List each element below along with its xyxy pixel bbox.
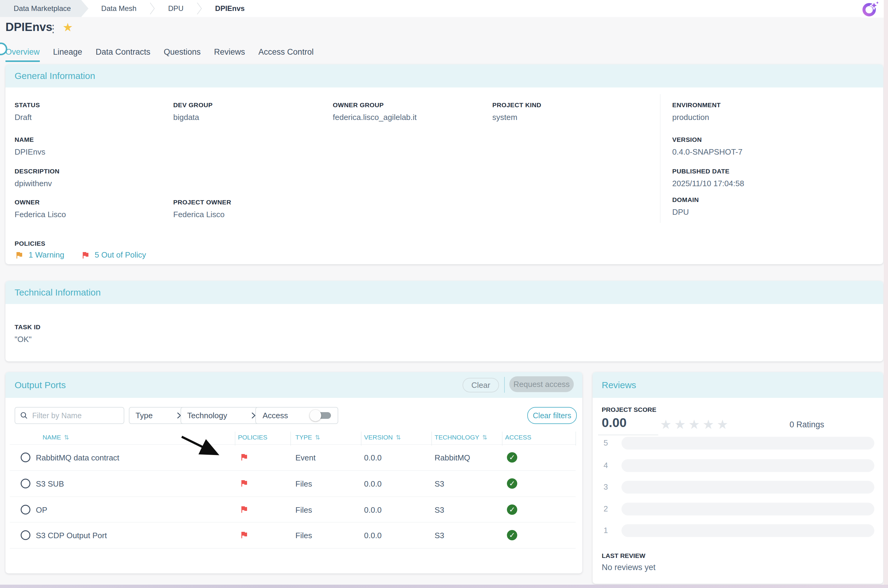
- sort-icon[interactable]: ⇅: [64, 434, 69, 441]
- access-toggle[interactable]: [310, 409, 334, 422]
- sort-icon[interactable]: ⇅: [482, 434, 487, 441]
- reviews-header: Reviews: [593, 372, 883, 398]
- general-information-header: General Information: [6, 64, 883, 87]
- tab-data-contracts[interactable]: Data Contracts: [96, 47, 150, 62]
- clear-selection-button[interactable]: Clear: [463, 378, 499, 392]
- tab-questions[interactable]: Questions: [164, 47, 201, 62]
- column-header-technology[interactable]: TECHNOLOGY ⇅: [434, 434, 487, 441]
- access-filter-label: Access: [263, 411, 288, 420]
- tab-overview[interactable]: Overview: [6, 47, 40, 62]
- tab-access-control[interactable]: Access Control: [258, 47, 314, 62]
- port-technology: S3: [434, 531, 444, 540]
- port-version: 0.0.0: [364, 531, 382, 540]
- more-options-icon[interactable]: ⋮: [48, 22, 59, 34]
- dist-label-1: 1: [604, 526, 613, 535]
- breadcrumb-item-dpu[interactable]: DPU: [155, 4, 196, 13]
- tab-lineage[interactable]: Lineage: [53, 47, 83, 62]
- tab-reviews[interactable]: Reviews: [214, 47, 245, 62]
- warning-flag-icon: [15, 250, 24, 260]
- breadcrumb-label: Data Marketplace: [14, 4, 71, 13]
- port-technology: RabbitMQ: [434, 453, 470, 463]
- sort-icon[interactable]: ⇅: [396, 434, 401, 441]
- port-name: OP: [36, 506, 47, 515]
- technical-information-header: Technical Information: [6, 281, 883, 304]
- dist-label-5: 5: [604, 438, 613, 448]
- output-ports-header: Output Ports Clear Request access: [6, 372, 582, 398]
- sort-icon[interactable]: ⇅: [315, 434, 320, 441]
- toggle-thumb: [310, 410, 321, 421]
- field-project-kind: PROJECT KIND system: [492, 102, 541, 122]
- request-access-button[interactable]: Request access: [509, 376, 574, 392]
- dist-bar-2: [622, 502, 874, 515]
- column-divider: [502, 432, 502, 446]
- tab-bar: Overview Lineage Data Contracts Question…: [6, 47, 314, 62]
- last-review-label: LAST REVIEW: [602, 552, 646, 560]
- column-header-version[interactable]: VERSION ⇅: [364, 434, 401, 441]
- field-domain: DOMAIN DPU: [672, 196, 699, 217]
- filter-by-name-input[interactable]: [32, 411, 118, 420]
- row-radio[interactable]: [21, 453, 30, 462]
- policy-flag-icon: [239, 530, 249, 539]
- section-title: Technical Information: [15, 287, 101, 298]
- dist-label-2: 2: [604, 504, 613, 514]
- assistant-logo-button[interactable]: [856, 0, 884, 18]
- project-score-value: 0.00: [602, 416, 627, 430]
- favorite-star-icon[interactable]: ★: [63, 21, 73, 34]
- score-underline: [598, 435, 658, 435]
- field-owner: OWNER Federica Lisco: [15, 199, 66, 219]
- column-header-policies[interactable]: POLICIES: [238, 434, 267, 441]
- column-divider: [361, 432, 361, 446]
- table-row[interactable]: S3 SUB Files 0.0.0 S3 ✓: [6, 471, 582, 496]
- scrollbar-track[interactable]: [884, 0, 888, 588]
- policy-flag-icon: [239, 453, 249, 462]
- field-name: NAME DPIEnvs: [15, 136, 45, 157]
- row-radio[interactable]: [21, 505, 30, 514]
- clear-filters-button[interactable]: Clear filters: [527, 407, 577, 424]
- out-of-policy-link[interactable]: 5 Out of Policy: [95, 250, 146, 260]
- breadcrumb-item-current: DPIEnvs: [203, 4, 257, 13]
- column-divider: [290, 432, 291, 446]
- port-technology: S3: [434, 506, 444, 515]
- type-filter-button[interactable]: Type: [129, 407, 188, 424]
- column-header-type[interactable]: TYPE ⇅: [295, 434, 320, 441]
- field-status: STATUS Draft: [15, 102, 40, 122]
- access-granted-icon: ✓: [507, 452, 517, 463]
- field-policies: POLICIES: [15, 240, 45, 247]
- column-divider: [431, 432, 432, 446]
- technology-filter-label: Technology: [187, 411, 227, 420]
- field-dev-group: DEV GROUP bigdata: [173, 102, 213, 122]
- column-header-access[interactable]: ACCESS: [505, 434, 531, 441]
- access-granted-icon: ✓: [507, 504, 517, 515]
- technical-information-card: Technical Information TASK ID "OK": [6, 281, 883, 362]
- port-name: RabbitMQ data contract: [36, 453, 119, 463]
- reviews-card: Reviews PROJECT SCORE 0.00 ★★★★★ 0 Ratin…: [593, 372, 883, 584]
- port-type: Files: [295, 479, 312, 489]
- table-row[interactable]: RabbitMQ data contract Event 0.0.0 Rabbi…: [6, 445, 582, 471]
- chevron-separator-icon: [196, 2, 203, 15]
- warning-policies-link[interactable]: 1 Warning: [29, 250, 65, 260]
- field-task-id: TASK ID "OK": [15, 324, 41, 344]
- table-row[interactable]: S3 CDP Output Port Files 0.0.0 S3 ✓: [6, 522, 582, 548]
- error-flag-icon: [81, 250, 90, 260]
- breadcrumb-item-data-mesh[interactable]: Data Mesh: [89, 4, 149, 13]
- port-version: 0.0.0: [364, 479, 382, 489]
- row-radio[interactable]: [21, 478, 30, 488]
- filter-by-name-field[interactable]: [15, 407, 124, 424]
- sparkle-ring-icon: [860, 0, 880, 17]
- column-divider: [575, 432, 576, 446]
- row-radio[interactable]: [21, 530, 30, 540]
- access-granted-icon: ✓: [507, 478, 517, 489]
- technology-filter-button[interactable]: Technology: [180, 407, 263, 424]
- breadcrumb-item-data-marketplace[interactable]: Data Marketplace: [0, 0, 89, 17]
- column-divider: [235, 432, 235, 446]
- policy-flag-icon: [239, 505, 249, 514]
- breadcrumb: Data Marketplace Data Mesh DPU DPIEnvs: [0, 0, 884, 17]
- table-row[interactable]: OP Files 0.0.0 S3 ✓: [6, 497, 582, 523]
- field-owner-group: OWNER GROUP federica.lisco_agilelab.it: [333, 102, 417, 122]
- column-header-name[interactable]: NAME ⇅: [42, 434, 69, 441]
- bottom-edge-strip: [0, 585, 888, 588]
- field-project-owner: PROJECT OWNER Federica Lisco: [173, 199, 231, 219]
- page-title: DPIEnvs: [6, 21, 52, 34]
- dist-bar-3: [622, 481, 874, 494]
- access-filter-group: Access: [255, 407, 338, 424]
